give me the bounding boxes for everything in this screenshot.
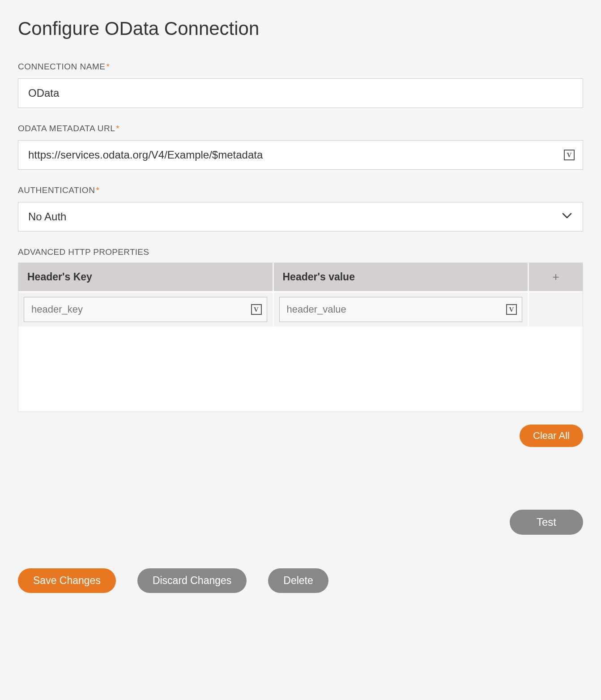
metadata-url-group: ODATA METADATA URL* V	[18, 124, 583, 170]
advanced-section-label: ADVANCED HTTP PROPERTIES	[18, 247, 583, 257]
variable-picker-icon[interactable]: V	[251, 304, 262, 315]
authentication-label: AUTHENTICATION*	[18, 185, 583, 195]
required-marker: *	[96, 185, 99, 195]
connection-name-label-text: CONNECTION NAME	[18, 62, 105, 71]
metadata-url-wrapper: V	[18, 140, 583, 170]
add-header-button[interactable]: +	[529, 263, 583, 291]
connection-name-group: CONNECTION NAME*	[18, 62, 583, 108]
delete-button[interactable]: Delete	[268, 568, 328, 593]
clear-all-button[interactable]: Clear All	[520, 425, 583, 447]
row-spacer	[529, 292, 583, 326]
connection-name-input[interactable]	[18, 78, 583, 108]
plus-icon: +	[552, 270, 559, 284]
action-row: Save Changes Discard Changes Delete	[18, 568, 583, 593]
header-key-cell: V	[18, 292, 274, 326]
required-marker: *	[116, 124, 119, 133]
header-key-input-wrapper: V	[24, 297, 267, 322]
advanced-http-section: ADVANCED HTTP PROPERTIES Header's Key He…	[18, 247, 583, 447]
test-button[interactable]: Test	[510, 510, 583, 535]
header-value-input[interactable]	[279, 297, 523, 322]
authentication-label-text: AUTHENTICATION	[18, 185, 95, 195]
clear-all-row: Clear All	[18, 425, 583, 447]
required-marker: *	[106, 62, 110, 71]
connection-name-label: CONNECTION NAME*	[18, 62, 583, 72]
authentication-group: AUTHENTICATION* No Auth	[18, 185, 583, 232]
header-value-input-wrapper: V	[279, 297, 523, 322]
authentication-select[interactable]: No Auth	[18, 202, 583, 232]
table-row: V V	[18, 291, 583, 326]
v-box-icon: V	[564, 150, 575, 160]
metadata-url-input[interactable]	[18, 140, 583, 170]
variable-picker-icon[interactable]: V	[506, 304, 517, 315]
variable-picker-icon[interactable]: V	[563, 149, 575, 161]
header-key-column: Header's Key	[18, 263, 274, 291]
header-value-column: Header's value	[274, 263, 529, 291]
table-empty-area	[18, 326, 583, 412]
metadata-url-label: ODATA METADATA URL*	[18, 124, 583, 133]
authentication-select-wrapper: No Auth	[18, 202, 583, 232]
headers-table: Header's Key Header's value + V V	[18, 262, 583, 412]
discard-changes-button[interactable]: Discard Changes	[137, 568, 247, 593]
table-header-row: Header's Key Header's value +	[18, 263, 583, 291]
save-changes-button[interactable]: Save Changes	[18, 568, 116, 593]
metadata-url-label-text: ODATA METADATA URL	[18, 124, 115, 133]
header-value-cell: V	[274, 292, 529, 326]
test-row: Test	[18, 510, 583, 535]
header-key-input[interactable]	[24, 297, 267, 322]
page-title: Configure OData Connection	[18, 18, 583, 39]
